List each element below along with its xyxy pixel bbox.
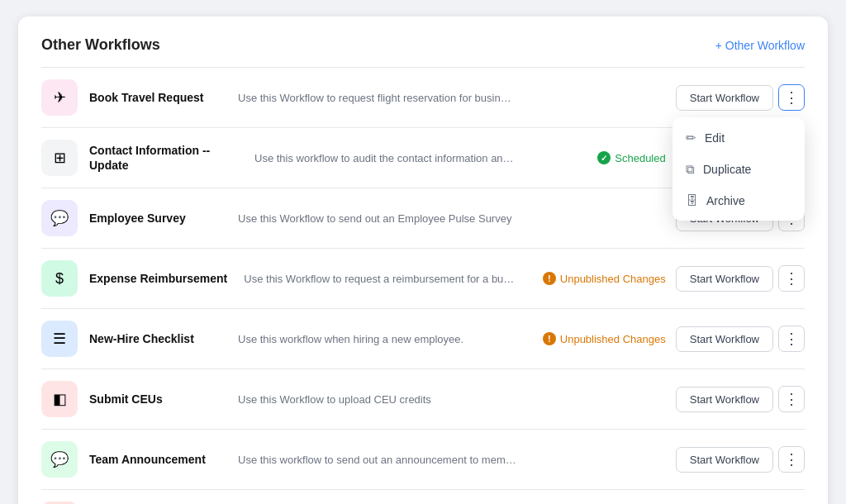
- status-label: Unpublished Changes: [560, 333, 666, 345]
- workflow-status: ! Unpublished Changes: [534, 272, 666, 285]
- workflow-description: Use this workflow to send out an announc…: [238, 454, 517, 466]
- workflow-description: Use this Workflow to upload CEU credits: [238, 393, 517, 406]
- status-unpublished: ! Unpublished Changes: [543, 272, 666, 285]
- edit-option-icon: ✏: [686, 131, 696, 145]
- scheduled-icon: [597, 151, 611, 164]
- status-label: Unpublished Changes: [560, 273, 666, 285]
- workflow-name: Team Announcement: [89, 452, 221, 467]
- workflow-name: New-Hire Checklist: [89, 331, 221, 346]
- workflow-row: ◧Submit CEUsUse this Workflow to upload …: [41, 369, 805, 430]
- workflow-row: ⊣Termination ChecklistUse this workflow …: [41, 490, 805, 504]
- workflow-name: Submit CEUs: [89, 392, 221, 407]
- dropdown-menu: ✏ Edit⧉ Duplicate🗄 Archive: [673, 117, 805, 221]
- workflow-description: Use this Workflow to request flight rese…: [238, 92, 517, 104]
- duplicate-option[interactable]: ⧉ Duplicate: [673, 154, 805, 185]
- workflow-status: Scheduled: [534, 151, 666, 164]
- other-workflows-card: Other Workflows + Other Workflow ✈Book T…: [18, 17, 828, 504]
- add-workflow-link[interactable]: + Other Workflow: [715, 39, 805, 52]
- workflow-description: Use this workflow when hiring a new empl…: [238, 333, 517, 345]
- more-options-button[interactable]: ⋮: [778, 446, 805, 473]
- start-workflow-button[interactable]: Start Workflow: [676, 447, 773, 473]
- more-options-button[interactable]: ⋮: [778, 84, 805, 111]
- workflow-icon: ✈: [41, 79, 78, 116]
- unpublished-icon: !: [543, 272, 556, 285]
- workflow-icon: 💬: [41, 441, 78, 478]
- workflow-row: $Expense ReimbursementUse this Workflow …: [41, 249, 805, 309]
- start-workflow-button[interactable]: Start Workflow: [676, 266, 773, 292]
- workflow-name: Employee Survey: [89, 211, 221, 226]
- workflow-row: 💬Team AnnouncementUse this workflow to s…: [41, 430, 805, 490]
- start-workflow-button[interactable]: Start Workflow: [676, 326, 773, 352]
- workflow-name: Book Travel Request: [89, 90, 221, 105]
- workflow-icon: ☰: [41, 321, 78, 357]
- workflow-name: Contact Information -- Update: [89, 143, 238, 173]
- edit-option-label: Edit: [705, 131, 725, 145]
- workflow-icon: $: [41, 260, 78, 297]
- start-workflow-button[interactable]: Start Workflow: [676, 387, 773, 412]
- archive-option[interactable]: 🗄 Archive: [673, 185, 805, 216]
- workflow-icon: ◧: [41, 381, 78, 417]
- workflow-row: ☰New-Hire ChecklistUse this workflow whe…: [41, 309, 805, 369]
- status-scheduled: Scheduled: [597, 151, 665, 164]
- workflow-description: Use this Workflow to request a reimburse…: [244, 273, 516, 285]
- workflow-icon: ⊞: [41, 140, 78, 176]
- more-options-button[interactable]: ⋮: [778, 265, 805, 292]
- workflow-icon: 💬: [41, 200, 78, 236]
- edit-option[interactable]: ✏ Edit: [673, 122, 805, 154]
- start-workflow-button[interactable]: Start Workflow: [676, 85, 773, 111]
- more-options-button[interactable]: ⋮: [778, 386, 805, 412]
- archive-option-label: Archive: [706, 194, 745, 207]
- unpublished-icon: !: [543, 332, 556, 345]
- workflow-description: Use this Workflow to send out an Employe…: [238, 212, 517, 225]
- status-unpublished: ! Unpublished Changes: [543, 332, 666, 345]
- workflow-row: ✈Book Travel RequestUse this Workflow to…: [41, 68, 805, 128]
- workflow-status: ! Unpublished Changes: [534, 332, 666, 345]
- workflow-name: Expense Reimbursement: [89, 271, 227, 286]
- duplicate-option-label: Duplicate: [703, 163, 751, 176]
- more-options-button[interactable]: ⋮: [778, 326, 805, 352]
- status-label: Scheduled: [615, 152, 665, 164]
- duplicate-option-icon: ⧉: [686, 162, 695, 177]
- archive-option-icon: 🗄: [686, 193, 698, 207]
- workflow-list: ✈Book Travel RequestUse this Workflow to…: [41, 67, 805, 504]
- card-title: Other Workflows: [41, 36, 160, 54]
- card-header: Other Workflows + Other Workflow: [41, 36, 805, 54]
- workflow-description: Use this workflow to audit the contact i…: [254, 152, 517, 164]
